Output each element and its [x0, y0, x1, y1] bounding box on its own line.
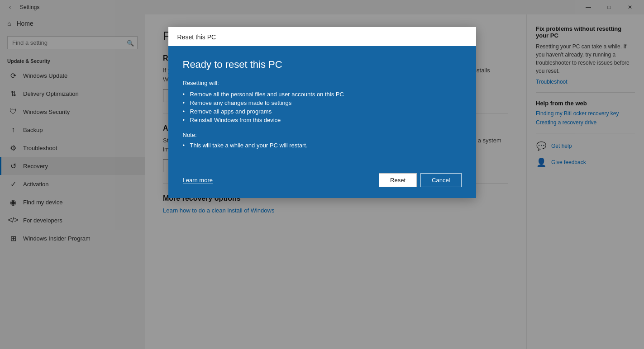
dialog-header: Reset this PC: [168, 27, 476, 46]
dialog-footer: Learn more Reset Cancel: [168, 168, 476, 198]
dialog-learn-more-link[interactable]: Learn more: [183, 177, 213, 184]
dialog-overlay: Reset this PC Ready to reset this PC Res…: [0, 0, 644, 349]
dialog-bullet-2: Remove all apps and programs: [183, 107, 462, 116]
dialog-bullets: Remove all the personal files and user a…: [183, 90, 462, 124]
dialog-note-bullet-0: This will take a while and your PC will …: [183, 141, 462, 150]
dialog-reset-button[interactable]: Reset: [379, 173, 417, 187]
reset-dialog: Reset this PC Ready to reset this PC Res…: [168, 27, 476, 198]
dialog-note-label: Note:: [183, 132, 462, 138]
dialog-bullet-1: Remove any changes made to settings: [183, 99, 462, 107]
dialog-bullet-3: Reinstall Windows from this device: [183, 116, 462, 124]
dialog-resetting-will-label: Resetting will:: [183, 80, 462, 86]
dialog-cancel-button[interactable]: Cancel: [420, 173, 461, 187]
dialog-body: Ready to reset this PC Resetting will: R…: [168, 46, 476, 168]
dialog-body-title: Ready to reset this PC: [183, 59, 462, 71]
dialog-buttons: Reset Cancel: [379, 173, 461, 187]
dialog-bullet-0: Remove all the personal files and user a…: [183, 90, 462, 99]
dialog-note-bullets: This will take a while and your PC will …: [183, 141, 462, 150]
